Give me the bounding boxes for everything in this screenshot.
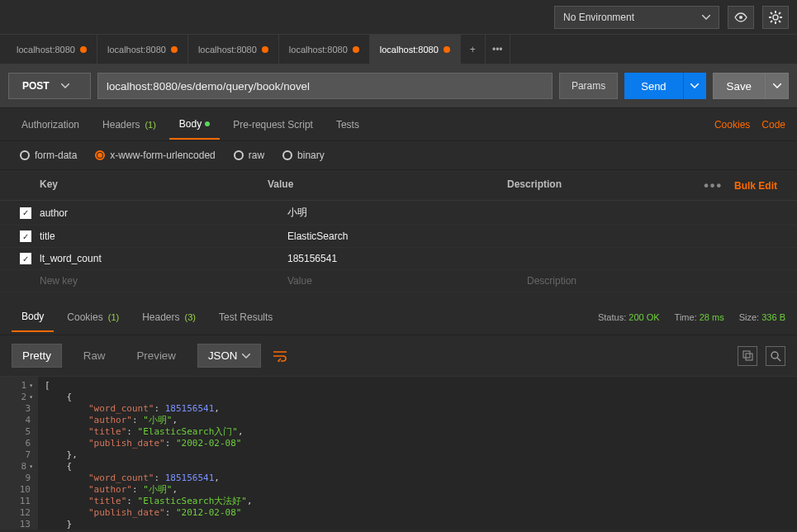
response-toolbar: Pretty Raw Preview JSON [0,335,797,376]
request-tab[interactable]: localhost:8080 [7,35,97,64]
svg-rect-10 [743,351,750,358]
resp-tab-body[interactable]: Body [12,302,54,332]
environment-label: No Environment [563,12,634,23]
kv-key[interactable]: title [40,230,287,242]
dirty-dot-icon [171,46,178,53]
resp-tab-headers[interactable]: Headers(3) [132,302,206,332]
format-select[interactable]: JSON [197,344,262,368]
url-input[interactable] [97,73,553,99]
request-tabstrip: localhost:8080localhost:8080localhost:80… [0,35,797,64]
size-value: 336 B [761,312,785,322]
chevron-down-icon [61,83,69,88]
cookies-link[interactable]: Cookies [714,119,750,131]
request-line: POST Params Send Save [0,64,797,108]
tab-label: localhost:8080 [289,45,348,55]
tab-prerequest[interactable]: Pre-request Script [223,110,323,140]
line-gutter: 1▾2▾345678▾91011121314 [0,377,38,530]
request-tab[interactable]: localhost:8080 [97,35,188,64]
params-button[interactable]: Params [559,73,618,99]
dirty-dot-icon [353,46,359,53]
dirty-dot-icon [205,121,210,126]
save-button[interactable]: Save [713,73,766,99]
radio-form-data[interactable]: form-data [20,150,77,161]
code-area[interactable]: [ { "word_count": 185156541, "author": "… [38,377,797,530]
svg-point-1 [773,15,778,20]
gear-icon[interactable] [762,6,789,29]
response-body: 1▾2▾345678▾91011121314 [ { "word_count":… [0,376,797,530]
request-tab[interactable]: localhost:8080 [370,35,461,64]
wrap-icon[interactable] [273,350,287,362]
kv-more-icon[interactable]: ••• [704,178,723,193]
search-icon[interactable] [766,346,785,366]
svg-point-12 [771,352,778,359]
view-raw[interactable]: Raw [74,344,116,367]
svg-point-0 [739,16,742,19]
response-bar: Body Cookies(1) Headers(3) Test Results … [0,299,797,335]
svg-line-13 [777,358,780,361]
kv-row: ✓titleElasticSearch [0,226,797,248]
tabs-overflow-icon[interactable]: ••• [486,35,510,64]
request-subtabs: Authorization Headers(1) Body Pre-reques… [0,108,797,141]
copy-icon[interactable] [738,346,757,366]
row-checkbox[interactable]: ✓ [20,207,31,219]
environment-bar: No Environment [0,0,797,35]
new-tab-button[interactable]: + [461,35,486,64]
dirty-dot-icon [262,46,268,53]
kv-row: ✓author小明 [0,201,797,226]
kv-col-key: Key [20,178,268,193]
kv-value[interactable]: 小明 [287,206,527,220]
kv-col-value: Value [268,178,507,193]
view-pretty[interactable]: Pretty [12,344,62,368]
tab-label: localhost:8080 [107,45,166,55]
dirty-dot-icon [80,46,87,53]
bulk-edit-link[interactable]: Bulk Edit [734,180,777,192]
row-checkbox[interactable]: ✓ [20,230,31,242]
resp-tab-tests[interactable]: Test Results [209,302,282,332]
radio-raw[interactable]: raw [234,150,264,161]
status-value: 200 OK [629,312,659,322]
kv-value[interactable]: ElasticSearch [287,230,527,242]
radio-binary[interactable]: binary [282,150,325,161]
kv-body: ✓author小明✓titleElasticSearch✓lt_word_cou… [0,201,797,292]
tab-tests[interactable]: Tests [326,110,369,140]
kv-row: ✓lt_word_count185156541 [0,248,797,270]
code-link[interactable]: Code [761,119,785,131]
eye-icon[interactable] [728,6,754,29]
kv-value[interactable]: 185156541 [287,253,527,264]
send-label: Send [641,80,666,93]
kv-header: Key Value Description ••• Bulk Edit [0,170,797,201]
time-value: 28 ms [700,312,724,322]
kv-key[interactable]: author [40,207,287,219]
dirty-dot-icon [444,46,450,53]
svg-line-7 [779,21,780,22]
request-tab[interactable]: localhost:8080 [279,35,370,64]
tab-label: localhost:8080 [198,45,257,55]
tab-headers[interactable]: Headers(1) [93,110,166,140]
svg-line-8 [779,12,780,14]
method-label: POST [22,80,50,92]
tab-label: localhost:8080 [17,45,75,55]
view-preview[interactable]: Preview [126,344,185,367]
body-type-radios: form-data x-www-form-urlencoded raw bina… [0,141,797,170]
tab-label: localhost:8080 [380,45,439,55]
save-dropdown[interactable] [766,73,789,99]
tab-body[interactable]: Body [169,110,220,140]
svg-line-6 [771,12,772,14]
svg-line-9 [771,21,772,22]
radio-urlencoded[interactable]: x-www-form-urlencoded [95,150,215,161]
tab-authorization[interactable]: Authorization [12,110,89,140]
send-button[interactable]: Send [624,73,682,99]
row-checkbox[interactable]: ✓ [20,253,31,264]
environment-select[interactable]: No Environment [554,6,719,29]
resp-tab-cookies[interactable]: Cookies(1) [57,302,129,332]
kv-col-desc: Description [507,178,562,193]
kv-row-new[interactable]: New keyValueDescription [0,270,797,292]
chevron-down-icon [702,15,710,20]
svg-rect-11 [746,354,752,360]
save-label: Save [727,80,752,93]
method-select[interactable]: POST [8,73,91,99]
request-tab[interactable]: localhost:8080 [188,35,279,64]
kv-key[interactable]: lt_word_count [40,253,287,264]
send-dropdown[interactable] [683,73,706,99]
request-tabs-row: localhost:8080localhost:8080localhost:80… [0,35,797,64]
